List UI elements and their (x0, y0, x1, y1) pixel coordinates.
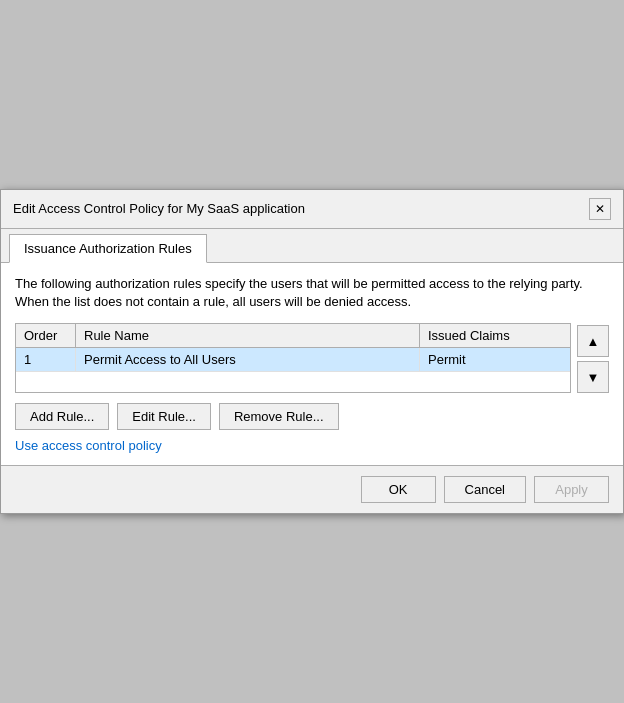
main-content: The following authorization rules specif… (1, 263, 623, 465)
move-down-button[interactable]: ▼ (577, 361, 609, 393)
tab-issuance-authorization-rules[interactable]: Issuance Authorization Rules (9, 234, 207, 263)
close-button[interactable]: ✕ (589, 198, 611, 220)
side-buttons: ▲ ▼ (577, 323, 609, 393)
dialog-title: Edit Access Control Policy for My SaaS a… (13, 201, 305, 216)
arrow-down-icon: ▼ (587, 370, 600, 385)
table-body: 1 Permit Access to All Users Permit (16, 348, 570, 392)
title-bar: Edit Access Control Policy for My SaaS a… (1, 190, 623, 229)
tab-bar: Issuance Authorization Rules (1, 229, 623, 263)
apply-button[interactable]: Apply (534, 476, 609, 503)
ok-button[interactable]: OK (361, 476, 436, 503)
edit-rule-button[interactable]: Edit Rule... (117, 403, 211, 430)
arrow-up-icon: ▲ (587, 334, 600, 349)
footer: OK Cancel Apply (1, 465, 623, 513)
rules-table: Order Rule Name Issued Claims 1 Permit A… (15, 323, 571, 393)
remove-rule-button[interactable]: Remove Rule... (219, 403, 339, 430)
column-rule-name: Rule Name (76, 324, 420, 347)
cell-order: 1 (16, 348, 76, 371)
column-order: Order (16, 324, 76, 347)
table-row[interactable]: 1 Permit Access to All Users Permit (16, 348, 570, 372)
column-issued-claims: Issued Claims (420, 324, 570, 347)
cell-issued-claims: Permit (420, 348, 570, 371)
table-header: Order Rule Name Issued Claims (16, 324, 570, 348)
description-text: The following authorization rules specif… (15, 275, 609, 311)
add-rule-button[interactable]: Add Rule... (15, 403, 109, 430)
rule-buttons: Add Rule... Edit Rule... Remove Rule... (15, 403, 609, 430)
move-up-button[interactable]: ▲ (577, 325, 609, 357)
cancel-button[interactable]: Cancel (444, 476, 526, 503)
use-access-control-policy-link[interactable]: Use access control policy (15, 438, 609, 453)
table-area: Order Rule Name Issued Claims 1 Permit A… (15, 323, 609, 393)
dialog: Edit Access Control Policy for My SaaS a… (0, 189, 624, 514)
cell-rule-name: Permit Access to All Users (76, 348, 420, 371)
